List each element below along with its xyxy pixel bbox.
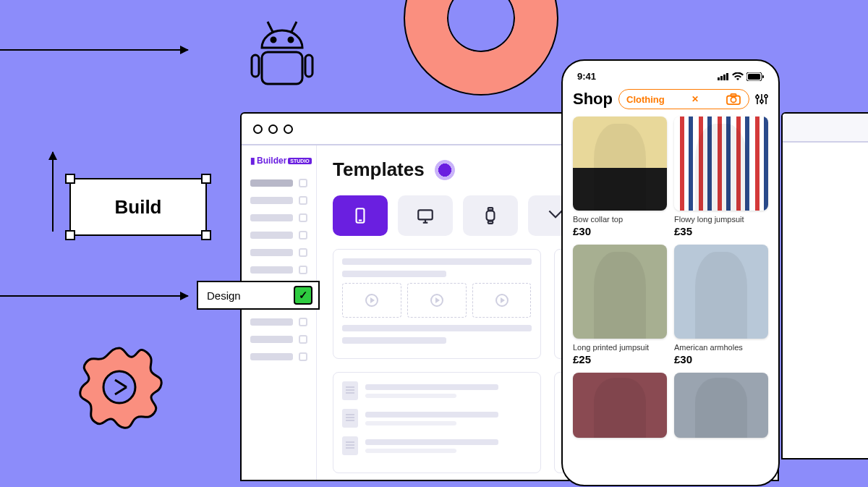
builder-logo[interactable]: ▮ Builder STUDIO bbox=[250, 156, 307, 166]
svg-point-7 bbox=[103, 371, 135, 403]
svg-point-27 bbox=[731, 97, 736, 102]
window-control-close[interactable] bbox=[253, 124, 263, 134]
sidebar-item[interactable] bbox=[250, 318, 307, 326]
product-card[interactable] bbox=[573, 373, 667, 442]
product-image bbox=[674, 245, 768, 339]
document-icon bbox=[342, 409, 358, 428]
svg-point-32 bbox=[756, 96, 759, 98]
resize-handle-bl[interactable] bbox=[65, 230, 75, 240]
donut-shape bbox=[405, 0, 557, 94]
product-price: £25 bbox=[573, 353, 667, 365]
status-time: 9:41 bbox=[577, 71, 596, 82]
svg-rect-24 bbox=[748, 74, 760, 80]
svg-point-33 bbox=[760, 100, 763, 103]
arrow-up bbox=[52, 152, 54, 232]
resize-handle-tl[interactable] bbox=[65, 174, 75, 184]
svg-point-2 bbox=[271, 38, 276, 42]
svg-rect-20 bbox=[720, 76, 723, 80]
svg-rect-5 bbox=[252, 55, 259, 77]
product-image bbox=[573, 117, 667, 211]
logo-badge: STUDIO bbox=[288, 158, 311, 164]
device-desktop-button[interactable] bbox=[398, 195, 453, 236]
window-control-minimize[interactable] bbox=[268, 124, 278, 134]
svg-rect-6 bbox=[305, 55, 312, 77]
svg-rect-10 bbox=[418, 210, 433, 219]
product-name: American armholes bbox=[674, 343, 768, 352]
svg-rect-13 bbox=[487, 211, 495, 221]
svg-rect-4 bbox=[262, 52, 302, 84]
sidebar-item[interactable] bbox=[250, 266, 307, 274]
sidebar-item[interactable] bbox=[250, 213, 307, 222]
svg-rect-15 bbox=[488, 221, 493, 224]
design-checkbox-chip[interactable]: Design ✓ bbox=[197, 281, 320, 310]
product-card[interactable]: Long printed jumpsuit £25 bbox=[573, 245, 667, 365]
build-label: Build bbox=[115, 196, 162, 219]
svg-rect-19 bbox=[718, 77, 720, 80]
device-mobile-button[interactable] bbox=[333, 195, 388, 236]
wifi-icon bbox=[732, 72, 744, 81]
phone-mockup: 9:41 Shop Clothing ✕ Bow collar top £30 … bbox=[561, 59, 780, 486]
arrow-right-1 bbox=[0, 49, 188, 51]
design-label: Design bbox=[207, 289, 241, 302]
camera-icon[interactable] bbox=[726, 93, 741, 106]
product-price: £30 bbox=[674, 353, 768, 365]
svg-point-34 bbox=[765, 95, 767, 98]
record-indicator-icon[interactable] bbox=[435, 160, 455, 180]
template-card[interactable] bbox=[333, 249, 541, 359]
shop-title: Shop bbox=[573, 90, 613, 109]
logo-text: Builder bbox=[257, 156, 286, 166]
svg-rect-14 bbox=[488, 208, 493, 210]
product-name: Long printed jumpsuit bbox=[573, 343, 667, 352]
template-card[interactable] bbox=[333, 372, 541, 473]
gear-icon bbox=[72, 340, 166, 437]
document-icon bbox=[342, 381, 358, 400]
sidebar-item[interactable] bbox=[250, 352, 307, 361]
product-card[interactable]: American armholes £30 bbox=[674, 245, 768, 365]
product-card[interactable] bbox=[674, 373, 768, 442]
video-thumb[interactable] bbox=[342, 283, 401, 318]
chip-label: Clothing bbox=[626, 94, 665, 105]
window-control-maximize[interactable] bbox=[284, 124, 293, 134]
battery-icon bbox=[746, 72, 764, 81]
svg-line-0 bbox=[268, 22, 273, 32]
device-watch-button[interactable] bbox=[463, 195, 518, 236]
product-image bbox=[573, 373, 667, 438]
product-image bbox=[674, 117, 768, 211]
sidebar: ▮ Builder STUDIO bbox=[242, 145, 317, 480]
svg-rect-22 bbox=[726, 73, 728, 80]
signal-icon bbox=[718, 72, 729, 80]
product-price: £35 bbox=[674, 225, 768, 237]
svg-rect-25 bbox=[762, 75, 764, 78]
video-thumb[interactable] bbox=[407, 283, 467, 318]
background-window bbox=[781, 112, 868, 460]
product-price: £30 bbox=[573, 225, 667, 237]
filter-chip-clothing[interactable]: Clothing ✕ bbox=[618, 89, 749, 109]
resize-handle-br[interactable] bbox=[201, 230, 211, 240]
filter-sliders-icon[interactable] bbox=[755, 93, 768, 106]
product-image bbox=[573, 245, 667, 339]
product-card[interactable]: Flowy long jumpsuit £35 bbox=[674, 117, 768, 237]
product-card[interactable]: Bow collar top £30 bbox=[573, 117, 667, 237]
status-bar: 9:41 bbox=[573, 71, 768, 82]
sidebar-item[interactable] bbox=[250, 196, 307, 205]
sidebar-item[interactable] bbox=[250, 248, 307, 257]
build-selection-box[interactable]: Build bbox=[69, 178, 207, 236]
product-image bbox=[674, 373, 768, 438]
sidebar-item[interactable] bbox=[250, 231, 307, 240]
product-name: Bow collar top bbox=[573, 215, 667, 224]
sidebar-item[interactable] bbox=[250, 335, 307, 344]
video-thumb[interactable] bbox=[472, 283, 532, 318]
resize-handle-tr[interactable] bbox=[201, 174, 211, 184]
chip-remove-icon[interactable]: ✕ bbox=[692, 94, 699, 104]
svg-line-1 bbox=[292, 22, 297, 32]
product-name: Flowy long jumpsuit bbox=[674, 215, 768, 224]
svg-rect-21 bbox=[723, 75, 726, 80]
document-icon bbox=[342, 436, 358, 455]
check-icon: ✓ bbox=[294, 286, 312, 305]
svg-point-3 bbox=[289, 38, 293, 42]
android-robot-icon bbox=[246, 20, 318, 96]
page-title: Templates bbox=[333, 158, 425, 181]
sidebar-item[interactable] bbox=[250, 179, 307, 187]
arrow-right-2 bbox=[0, 295, 188, 297]
